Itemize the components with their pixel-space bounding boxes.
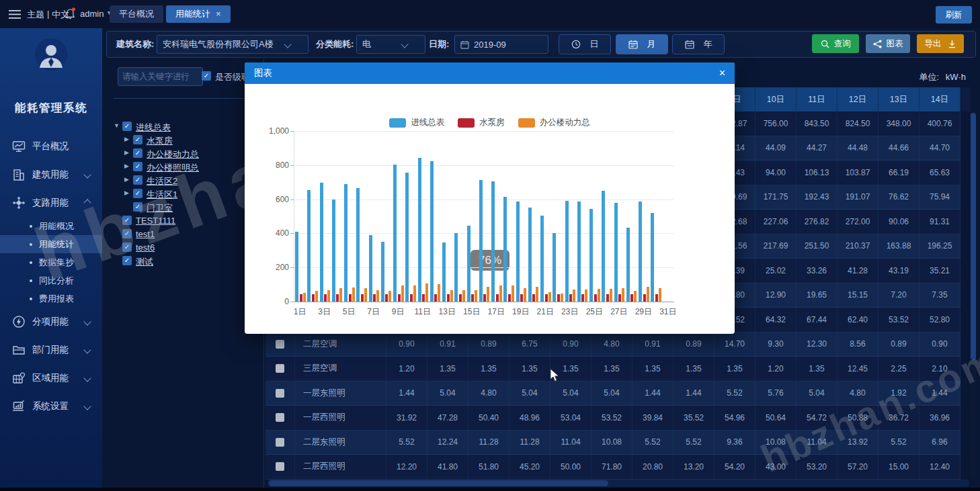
legend-item[interactable]: 水泵房 <box>458 117 505 128</box>
modal-header[interactable]: 图表 × <box>245 62 735 84</box>
refresh-button[interactable]: 刷新 <box>936 6 972 24</box>
tree-node[interactable]: ✓门卫室 <box>105 201 259 214</box>
tree-node-checkbox[interactable]: ✓ <box>133 148 142 158</box>
tree-node[interactable]: ▼✓进线总表 <box>105 120 259 134</box>
tree-search-input[interactable] <box>118 67 203 86</box>
table-cell: 348.00 <box>879 111 920 136</box>
table-cell: 1.20 <box>756 357 797 381</box>
tree-node-checkbox[interactable]: ✓ <box>122 216 132 225</box>
tree-node-checkbox[interactable]: ✓ <box>133 189 142 198</box>
tree-node-label[interactable]: test6 <box>136 242 155 253</box>
tree-node-checkbox[interactable]: ✓ <box>122 256 132 265</box>
chart-bar <box>512 285 514 302</box>
expand-arrow-icon[interactable]: ▶ <box>124 163 129 169</box>
cascade-checkbox[interactable]: ✓ <box>202 71 211 81</box>
horizontal-scrollbar-thumb[interactable] <box>269 480 608 486</box>
tree-node[interactable]: ▶✓生活区1 <box>105 187 259 201</box>
tree-node-checkbox[interactable]: ✓ <box>122 242 132 252</box>
tree-node-checkbox[interactable]: ✓ <box>133 175 142 185</box>
expand-arrow-icon[interactable]: ▶ <box>124 136 129 142</box>
tree-node[interactable]: ✓TEST1111 <box>105 214 259 228</box>
table-header-day[interactable]: 14日 <box>920 87 961 111</box>
tree-node-label[interactable]: 生活区1 <box>147 189 177 201</box>
tree-node-label[interactable]: 办公楼照明总 <box>147 162 199 174</box>
theme-switch[interactable]: 主题 <box>27 9 44 21</box>
chart-bar <box>459 294 462 302</box>
row-checkbox[interactable] <box>276 438 284 447</box>
bell-icon[interactable] <box>65 7 76 19</box>
tree-node-label[interactable]: TEST1111 <box>136 216 175 226</box>
date-input[interactable]: 2019-09 <box>454 35 548 54</box>
energy-type-select[interactable]: 电 <box>356 35 425 54</box>
period-month-button[interactable]: 月 <box>616 34 668 54</box>
tree-node-checkbox[interactable]: ✓ <box>133 162 142 171</box>
tree-node-label[interactable]: 水泵房 <box>147 135 173 147</box>
period-day-button[interactable]: 日 <box>559 34 611 54</box>
table-header-day[interactable]: 13日 <box>879 87 920 111</box>
sidebar-item-yoy-analysis[interactable]: 同比分析 <box>0 271 102 289</box>
tree-node[interactable]: ▶✓生活区2 <box>105 174 259 187</box>
tree-node-label[interactable]: 门卫室 <box>147 202 173 214</box>
table-header-day[interactable]: 10日 <box>756 87 797 111</box>
sidebar-item-region-energy[interactable]: 区域用能 <box>0 364 102 392</box>
tree-node-checkbox[interactable]: ✓ <box>122 122 132 131</box>
expand-arrow-icon[interactable]: ▶ <box>124 189 129 196</box>
tree-node-label[interactable]: 办公楼动力总 <box>147 148 199 161</box>
user-menu[interactable]: admin <box>80 9 104 19</box>
top-bar: 主题 | 中文 admin ▾ 平台概况 用能统计× 刷新 <box>0 0 980 28</box>
tree-node-checkbox[interactable]: ✓ <box>122 229 132 238</box>
sidebar-item-energy-statistics[interactable]: 用能统计 <box>0 235 102 253</box>
table-cell: 36.72 <box>879 406 920 430</box>
query-button[interactable]: 查询 <box>812 34 859 53</box>
sidebar-item-platform-overview[interactable]: 平台概况 <box>0 132 102 161</box>
period-year-button[interactable]: 年 <box>672 34 725 54</box>
tree-node-label[interactable]: 生活区2 <box>147 175 177 187</box>
tree-node-checkbox[interactable]: ✓ <box>133 135 142 144</box>
tree-node[interactable]: ▶✓办公楼动力总 <box>105 147 259 161</box>
sidebar-item-branch-energy[interactable]: 支路用能 <box>0 189 102 217</box>
row-checkbox[interactable] <box>276 340 284 349</box>
tree-node-label[interactable]: 测试 <box>136 256 153 268</box>
table-cell: 12.24 <box>427 431 468 455</box>
horizontal-scrollbar[interactable] <box>268 480 969 487</box>
sidebar-item-data-collection[interactable]: 数据集抄 <box>0 253 102 271</box>
tree-node[interactable]: ✓test6 <box>105 241 259 255</box>
hamburger-menu-icon[interactable] <box>9 10 21 19</box>
sidebar-item-department-energy[interactable]: 部门用能 <box>0 336 102 364</box>
sidebar-item-subentry-energy[interactable]: 分项用能 <box>0 308 102 336</box>
tree-node[interactable]: ▶✓水泵房 <box>105 134 259 147</box>
row-checkbox[interactable] <box>276 364 284 373</box>
building-select[interactable]: 安科瑞电气股份有限公司A楼 <box>157 35 309 54</box>
sidebar-item-energy-overview[interactable]: 用能概况 <box>0 217 102 235</box>
tree-node[interactable]: ✓test1 <box>105 228 259 241</box>
tree-node-label[interactable]: 进线总表 <box>136 122 171 134</box>
legend-item[interactable]: 进线总表 <box>389 117 444 128</box>
tab-platform-overview[interactable]: 平台概况 <box>110 5 163 23</box>
tree-node-checkbox[interactable]: ✓ <box>133 202 142 212</box>
sidebar-item-cost-report[interactable]: 费用报表 <box>0 289 102 308</box>
row-checkbox[interactable] <box>276 413 284 422</box>
chart-bar <box>364 288 367 302</box>
sidebar-item-system-settings[interactable]: 系统设置 <box>0 392 102 420</box>
vertical-scrollbar[interactable] <box>971 111 976 480</box>
chart-button[interactable]: 图表 <box>866 34 910 53</box>
row-checkbox[interactable] <box>276 462 284 471</box>
table-cell: 67.44 <box>797 308 838 332</box>
row-checkbox[interactable] <box>276 389 284 398</box>
legend-item[interactable]: 办公楼动力总 <box>518 117 590 128</box>
expand-arrow-icon[interactable]: ▶ <box>124 149 129 156</box>
tree-node[interactable]: ▶✓办公楼照明总 <box>105 161 259 174</box>
sidebar-item-building-energy[interactable]: 建筑用能 <box>0 161 102 189</box>
table-cell: 106.13 <box>797 161 838 185</box>
modal-close-icon[interactable]: × <box>719 62 725 84</box>
collapse-arrow-icon[interactable]: ▼ <box>114 122 120 129</box>
table-header-day[interactable]: 12日 <box>838 87 879 111</box>
export-button[interactable]: 导出 <box>917 34 964 53</box>
expand-arrow-icon[interactable]: ▶ <box>124 176 129 183</box>
table-header-day[interactable]: 11日 <box>797 87 838 111</box>
vertical-scrollbar-thumb[interactable] <box>971 113 976 360</box>
tab-energy-statistics[interactable]: 用能统计× <box>166 5 231 23</box>
tab-close-icon[interactable]: × <box>216 9 221 19</box>
tree-node[interactable]: ✓测试 <box>105 255 259 268</box>
tree-node-label[interactable]: test1 <box>136 229 155 239</box>
